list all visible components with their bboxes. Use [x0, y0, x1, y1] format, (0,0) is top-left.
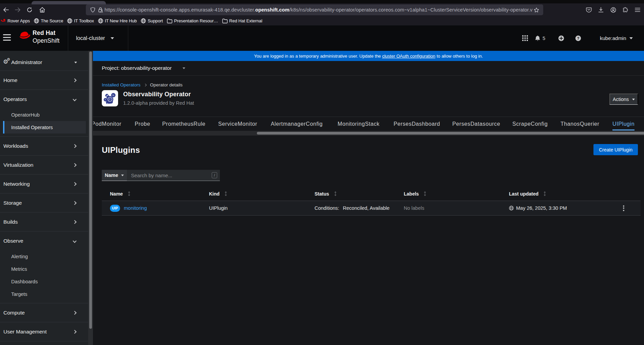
tab-persesdatasource[interactable]: PersesDatasource — [452, 121, 500, 127]
caret-down-icon — [632, 99, 635, 100]
tab-probe[interactable]: Probe — [135, 121, 150, 127]
sidebar-item-storage[interactable]: Storage — [0, 194, 88, 212]
user-menu[interactable]: kube:admin — [600, 32, 633, 44]
create-uiplugin-button[interactable]: Create UIPlugin — [593, 144, 638, 155]
bookmark-it-toolbox[interactable]: IT Toolbox — [65, 17, 96, 25]
bookmark-the-source[interactable]: The Source — [32, 17, 65, 25]
table-header-row: Name Kind Status Labels Last updated — [102, 187, 641, 201]
column-header-kind[interactable]: Kind — [204, 191, 309, 197]
scrollbar-thumb[interactable] — [89, 52, 92, 329]
extensions-icon[interactable] — [620, 5, 630, 15]
globe-icon — [67, 18, 72, 23]
menu-icon[interactable] — [632, 5, 643, 15]
sidebar-item-workloads[interactable]: Workloads — [0, 137, 88, 155]
sidebar-item-label: Metrics — [11, 266, 27, 272]
sidebar-item-alerting[interactable]: Alerting — [0, 250, 88, 263]
actions-button[interactable]: Actions — [609, 94, 638, 105]
browser-tabstrip — [0, 0, 644, 3]
sidebar-item-label: Observe — [3, 238, 23, 244]
tab-podmonitor[interactable]: PodMonitor — [93, 121, 121, 127]
tab-servicemonitor[interactable]: ServiceMonitor — [218, 121, 257, 127]
downloads-icon[interactable] — [596, 5, 606, 15]
cluster-selector[interactable]: local-cluster — [76, 25, 114, 51]
pocket-icon[interactable] — [584, 5, 594, 15]
column-header-last-updated[interactable]: Last updated — [504, 191, 618, 197]
forward-button[interactable] — [13, 5, 23, 15]
sidebar-item-operatorhub[interactable]: OperatorHub — [0, 108, 88, 121]
sidebar-item-compute[interactable]: Compute — [0, 303, 88, 322]
username: kube:admin — [600, 35, 626, 41]
chevron-right-icon — [73, 182, 76, 186]
shield-icon[interactable] — [89, 5, 96, 15]
shortcut-key-badge: / — [212, 172, 217, 178]
back-button[interactable] — [1, 5, 11, 15]
account-icon[interactable] — [608, 5, 618, 15]
caret-down-icon — [74, 62, 77, 63]
sidebar-item-virtualization[interactable]: Virtualization — [0, 156, 88, 174]
sort-icon[interactable] — [224, 191, 227, 196]
redhat-icon — [1, 19, 6, 23]
column-header-name[interactable]: Name — [102, 191, 204, 197]
sidebar-item-user-management[interactable]: User Management — [0, 322, 88, 341]
sidebar-item-targets[interactable]: Targets — [0, 288, 88, 300]
browser-chrome: https://console-openshift-console.apps.e… — [0, 0, 644, 25]
help-button[interactable]: ? — [569, 32, 588, 44]
perspective-switcher[interactable]: ⚙⚙ Administrator — [0, 54, 88, 70]
add-button[interactable] — [554, 32, 569, 44]
sidebar-item-operators[interactable]: Operators — [0, 90, 88, 108]
sidebar-item-home[interactable]: Home — [0, 71, 88, 89]
tab-persesdashboard[interactable]: PersesDashboard — [394, 121, 440, 127]
url-text[interactable]: https://console-openshift-console.apps.e… — [105, 7, 533, 13]
tabs-scrollbar[interactable] — [93, 131, 644, 136]
column-header-status[interactable]: Status — [309, 191, 398, 197]
sort-icon[interactable] — [334, 191, 337, 196]
sidebar-item-observe[interactable]: Observe — [0, 231, 88, 250]
filter-attribute-select[interactable]: Name — [102, 170, 127, 181]
tab-scrapeconfig[interactable]: ScrapeConfig — [512, 121, 548, 127]
reload-button[interactable] — [24, 5, 35, 15]
sort-icon[interactable] — [128, 191, 131, 196]
sidebar-item-builds[interactable]: Builds — [0, 212, 88, 231]
tabs-scrollbar-thumb[interactable] — [257, 132, 644, 135]
tab-monitoringstack[interactable]: MonitoringStack — [338, 121, 380, 127]
operator-title: Observability Operator — [123, 91, 191, 98]
masthead: Red Hat OpenShift local-cluster 5 ? — [0, 25, 644, 51]
bookmark-red-hat-external[interactable]: Red Hat External — [220, 17, 264, 25]
brand-logo[interactable]: Red Hat OpenShift — [18, 30, 60, 44]
window-scrollbar[interactable] — [88, 51, 93, 345]
sidebar-item-installed-operators[interactable]: Installed Operators — [3, 121, 86, 134]
home-button[interactable] — [37, 5, 47, 15]
sidebar-item-metrics[interactable]: Metrics — [0, 263, 88, 275]
monitoring-link[interactable]: monitoring — [124, 205, 147, 210]
bookmark-it-new-hire-hub[interactable]: IT New Hire Hub — [96, 17, 139, 25]
sidebar-item-networking[interactable]: Networking — [0, 175, 88, 193]
oauth-configuration-link[interactable]: cluster OAuth configuration — [382, 54, 435, 59]
lock-warning-icon[interactable] — [96, 5, 105, 15]
bookmark-presentation-resources[interactable]: Presentation Resour… — [165, 17, 220, 25]
tab-alertmanagerconfig[interactable]: AlertmanagerConfig — [271, 121, 323, 127]
url-bar[interactable]: https://console-openshift-console.apps.e… — [86, 4, 543, 15]
app-launcher-button[interactable] — [517, 32, 533, 44]
bookmark-star-icon[interactable] — [533, 5, 540, 15]
notifications-button[interactable]: 5 — [533, 32, 554, 44]
sort-icon[interactable] — [423, 191, 427, 196]
chevron-down-icon — [111, 37, 114, 39]
tab-prometheusrule[interactable]: PrometheusRule — [162, 121, 206, 127]
project-selector[interactable]: Project: observability-operator — [93, 61, 644, 76]
column-label: Kind — [209, 191, 220, 197]
breadcrumb-installed-operators-link[interactable]: Installed Operators — [102, 82, 140, 87]
kebab-menu-button[interactable] — [623, 205, 641, 211]
bookmark-rover-apps[interactable]: Rover Apps — [0, 17, 32, 25]
tab-thanosquerier[interactable]: ThanosQuerier — [561, 121, 600, 127]
nav-toggle-button[interactable] — [3, 34, 11, 42]
bookmark-support[interactable]: Support — [139, 17, 165, 25]
column-header-labels[interactable]: Labels — [398, 191, 504, 197]
screen: https://console-openshift-console.apps.e… — [0, 0, 644, 345]
search-input[interactable] — [131, 172, 209, 178]
sidebar-item-label: User Management — [3, 329, 47, 335]
tab-uiplugin[interactable]: UIPlugin — [612, 121, 634, 127]
brand-line1: Red Hat — [33, 30, 60, 36]
sidebar-item-dashboards[interactable]: Dashboards — [0, 275, 88, 288]
sort-icon[interactable] — [543, 191, 546, 196]
sidebar-item-label: Virtualization — [3, 162, 33, 168]
